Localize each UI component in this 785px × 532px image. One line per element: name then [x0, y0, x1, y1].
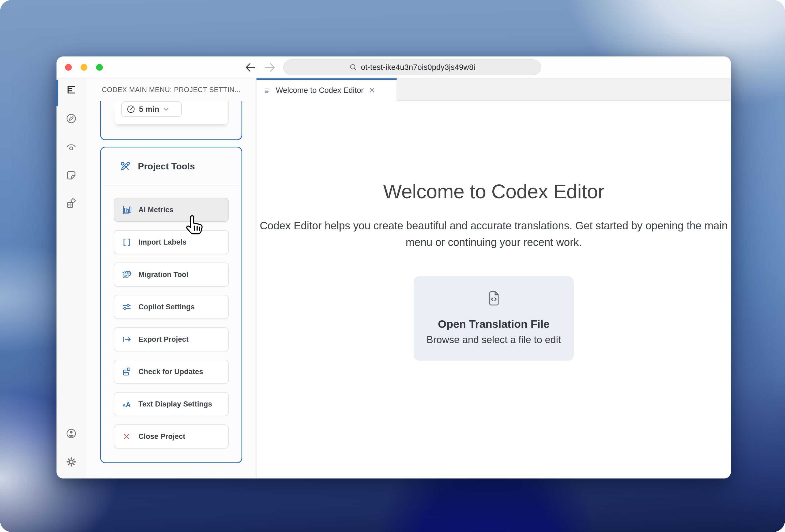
sidebar-item-preview[interactable]: [62, 138, 80, 156]
file-code-icon: [485, 290, 503, 307]
svg-text:A: A: [126, 401, 131, 408]
main-menu-panel: CODEX MAIN MENU: PROJECT SETTIN... 5 min: [86, 78, 256, 478]
export-arrow-icon: [121, 334, 132, 345]
panel-title: CODEX MAIN MENU: PROJECT SETTIN...: [102, 86, 241, 94]
close-project-button[interactable]: Close Project: [114, 424, 229, 449]
forward-button[interactable]: [264, 61, 277, 74]
project-tools-card: Project Tools AI Metrics: [100, 147, 242, 463]
preview-eye-icon: [65, 141, 77, 153]
close-window-button[interactable]: [65, 64, 72, 71]
tab-welcome[interactable]: Welcome to Codex Editor: [256, 78, 397, 101]
tool-button-label: Migration Tool: [138, 270, 188, 279]
back-arrow-icon: [244, 61, 256, 74]
sliders-icon: [121, 301, 132, 312]
svg-text:ab: ab: [127, 271, 130, 274]
panel-header: CODEX MAIN MENU: PROJECT SETTIN...: [86, 78, 256, 101]
editor-area: Welcome to Codex Editor Welcome to Codex…: [256, 78, 731, 478]
welcome-screen: Welcome to Codex Editor Codex Editor hel…: [256, 101, 731, 478]
open-card-title: Open Translation File: [438, 318, 550, 330]
window-toolbar: ot-test-ike4u3n7ois0pdy3js49w8i: [56, 56, 731, 78]
close-x-icon: [122, 432, 131, 441]
tab-bar-empty-space: [397, 78, 731, 101]
compass-icon: [65, 113, 77, 125]
text-display-settings-button[interactable]: A A Text Display Settings: [114, 392, 229, 416]
bar-chart-icon: [121, 205, 132, 215]
ai-metrics-button[interactable]: AI Metrics: [114, 198, 229, 222]
chevron-down-icon: [162, 106, 170, 113]
tool-button-label: Import Labels: [138, 238, 186, 246]
welcome-description: Codex Editor helps you create beautiful …: [254, 217, 731, 250]
tool-button-label: Export Project: [138, 335, 188, 344]
update-blocks-icon: [121, 366, 132, 377]
tab-list-icon: [263, 87, 271, 94]
sidebar-item-compass[interactable]: [62, 110, 80, 127]
url-text: ot-test-ike4u3n7ois0pdy3js49w8i: [361, 63, 475, 72]
forward-arrow-icon: [264, 61, 276, 74]
interval-dropdown[interactable]: 5 min: [121, 101, 182, 117]
check-for-updates-button[interactable]: Check for Updates: [114, 360, 229, 384]
migration-tool-button[interactable]: ab ac Migration Tool: [114, 263, 229, 287]
tab-title: Welcome to Codex Editor: [276, 86, 363, 95]
copilot-settings-button[interactable]: Copilot Settings: [114, 295, 229, 319]
svg-text:A: A: [122, 403, 126, 408]
interval-value: 5 min: [139, 105, 159, 114]
page-title: Welcome to Codex Editor: [383, 180, 604, 203]
panel-scroll-area[interactable]: 5 min: [86, 101, 256, 478]
import-labels-button[interactable]: Import Labels: [114, 230, 229, 254]
project-tools-header: Project Tools: [101, 148, 242, 185]
outline-tree-icon: [66, 85, 77, 96]
sidebar-item-notes[interactable]: [62, 167, 80, 184]
project-tools-title: Project Tools: [138, 161, 195, 171]
svg-text:ac: ac: [124, 274, 127, 277]
zoom-window-button[interactable]: [96, 64, 103, 71]
icon-rail: [56, 78, 86, 478]
open-card-subtitle: Browse and select a file to edit: [427, 334, 561, 345]
brackets-icon: [122, 237, 132, 247]
tool-button-label: Copilot Settings: [138, 303, 195, 311]
export-project-button[interactable]: Export Project: [114, 327, 229, 351]
gauge-icon: [126, 104, 136, 114]
search-icon: [349, 63, 357, 72]
traffic-lights: [65, 56, 103, 78]
tools-icon: [119, 160, 131, 172]
minimize-window-button[interactable]: [81, 64, 87, 71]
active-rail-indicator: [56, 80, 58, 106]
settings-gear-icon: [65, 456, 77, 468]
settings-button[interactable]: [62, 453, 80, 471]
tool-button-label: Text Display Settings: [138, 400, 212, 408]
sidebar-item-extensions[interactable]: [62, 195, 80, 212]
project-settings-card: 5 min: [100, 101, 242, 140]
sidebar-item-outline[interactable]: [62, 82, 80, 99]
note-icon: [66, 170, 77, 181]
address-bar[interactable]: ot-test-ike4u3n7ois0pdy3js49w8i: [283, 59, 541, 75]
blocks-icon: [65, 198, 77, 210]
app-window: ot-test-ike4u3n7ois0pdy3js49w8i: [56, 56, 731, 478]
back-button[interactable]: [244, 61, 257, 74]
tab-bar: Welcome to Codex Editor: [256, 78, 731, 101]
tool-button-label: Close Project: [138, 432, 185, 441]
tool-button-label: AI Metrics: [138, 206, 174, 214]
font-size-icon: A A: [121, 399, 132, 409]
account-icon: [65, 428, 77, 440]
account-button[interactable]: [62, 425, 80, 442]
tab-close-icon[interactable]: [369, 87, 376, 94]
translate-cards-icon: ab ac: [121, 269, 132, 280]
open-translation-file-card[interactable]: Open Translation File Browse and select …: [414, 276, 574, 361]
settings-inner-card: 5 min: [114, 101, 229, 125]
tool-button-label: Check for Updates: [138, 368, 203, 376]
